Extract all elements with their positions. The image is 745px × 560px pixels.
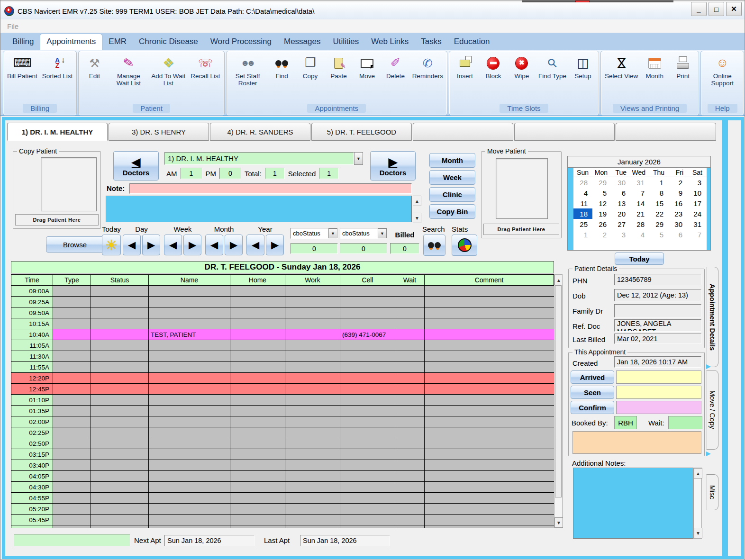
year-next-button[interactable] xyxy=(266,235,284,255)
clinic-button[interactable]: Clinic xyxy=(429,187,475,202)
month-view-button[interactable]: Month xyxy=(641,53,668,81)
block-button[interactable]: Block xyxy=(480,53,507,81)
ribbon-tab-education[interactable]: Education xyxy=(448,34,496,50)
slot-row[interactable]: 11:55A xyxy=(11,362,554,373)
copy-bin-button[interactable]: Copy Bin xyxy=(429,204,475,219)
month-next-button[interactable] xyxy=(225,235,243,255)
calendar-day-selected[interactable]: 18 xyxy=(573,208,592,219)
column-header[interactable]: Type xyxy=(53,275,91,286)
calendar-day[interactable]: 31 xyxy=(687,219,706,229)
calendar-day[interactable]: 25 xyxy=(573,219,592,229)
week-next-button[interactable] xyxy=(183,235,201,255)
quick-entry-field[interactable] xyxy=(14,534,130,546)
doctor-tab-sanders[interactable]: 4) DR. R. SANDERS xyxy=(210,123,310,141)
column-header[interactable]: Status xyxy=(91,275,149,286)
calendar-day[interactable]: 2 xyxy=(668,177,687,188)
month-prev-button[interactable] xyxy=(205,235,223,255)
slot-row[interactable]: 05:20P xyxy=(11,504,554,515)
calendar-day[interactable]: 15 xyxy=(649,198,668,208)
find-button[interactable]: Find xyxy=(268,53,296,81)
week-button[interactable]: Week xyxy=(429,170,475,185)
day-next-button[interactable] xyxy=(142,235,160,255)
calendar-day[interactable]: 5 xyxy=(592,188,611,198)
maximize-button[interactable]: □ xyxy=(709,2,724,16)
minimize-button[interactable]: _ xyxy=(691,2,707,16)
slot-row[interactable]: 01:35P xyxy=(11,406,554,416)
slot-row[interactable]: 03:40P xyxy=(11,460,554,471)
slot-row-booked[interactable]: 10:40ATEST, PATIENT(639) 471-0067 xyxy=(11,329,554,340)
calendar-day[interactable]: 13 xyxy=(611,198,630,208)
edit-button[interactable]: Edit xyxy=(81,53,108,81)
side-tab-move-copy[interactable]: Move / Copy xyxy=(706,370,718,450)
slot-row[interactable]: 05:45P xyxy=(11,515,554,525)
column-header[interactable]: Comment xyxy=(425,275,554,286)
slot-row[interactable]: 03:15P xyxy=(11,449,554,460)
find-type-button[interactable]: Find Type xyxy=(536,53,568,81)
calendar-day[interactable]: 12 xyxy=(592,198,611,208)
calendar-day[interactable]: 20 xyxy=(611,208,630,219)
copy-button[interactable]: Copy xyxy=(297,53,324,81)
calendar-day[interactable]: 4 xyxy=(630,229,649,240)
ribbon-tab-web-links[interactable]: Web Links xyxy=(365,34,415,50)
doctors-next-button[interactable]: Doctors xyxy=(370,151,416,181)
ribbon-tab-tasks[interactable]: Tasks xyxy=(415,34,447,50)
calendar-day[interactable]: 7 xyxy=(687,229,706,240)
ribbon-tab-chronic-disease[interactable]: Chronic Disease xyxy=(133,34,204,50)
seen-button[interactable]: Seen xyxy=(571,386,614,399)
insert-button[interactable]: Insert xyxy=(451,53,479,81)
calendar-day[interactable]: 24 xyxy=(687,208,706,219)
delete-button[interactable]: Delete xyxy=(382,53,409,81)
calendar-day[interactable]: 23 xyxy=(668,208,687,219)
calendar-day[interactable]: 14 xyxy=(630,198,649,208)
calendar-day[interactable]: 19 xyxy=(592,208,611,219)
side-tab-appointment-details[interactable]: Appointment Details xyxy=(706,267,718,367)
status-combo-2-dropdown-icon[interactable] xyxy=(378,228,387,238)
slot-row-blocked[interactable]: 12:45P xyxy=(11,384,554,395)
ribbon-tab-emr[interactable]: EMR xyxy=(102,34,133,50)
calendar-day[interactable]: 6 xyxy=(668,229,687,240)
seen-time-field[interactable] xyxy=(616,386,701,399)
status-combo-1-dropdown-icon[interactable] xyxy=(328,228,337,238)
doctor-tab-empty[interactable] xyxy=(616,123,716,141)
column-header[interactable]: Time xyxy=(11,275,53,286)
notes-scrollbar[interactable] xyxy=(693,468,702,539)
slot-row[interactable]: 04:30P xyxy=(11,482,554,493)
slot-row[interactable]: 04:55P xyxy=(11,493,554,504)
ribbon-tab-word-processing[interactable]: Word Processing xyxy=(204,34,278,50)
calendar-day[interactable]: 22 xyxy=(649,208,668,219)
bill-patient-button[interactable]: Bill Patient xyxy=(5,53,39,81)
calendar-day[interactable]: 27 xyxy=(611,219,630,229)
slot-row[interactable]: 09:50A xyxy=(11,307,554,318)
status-combo-1[interactable]: cboStatus xyxy=(291,228,338,239)
calendar-day[interactable]: 10 xyxy=(687,188,706,198)
status-combo-2[interactable]: cboStatus xyxy=(340,228,387,239)
online-support-button[interactable]: Online Support xyxy=(703,53,742,88)
memo-scroll-down-icon[interactable] xyxy=(413,213,421,223)
ribbon-tab-billing[interactable]: Billing xyxy=(6,34,40,50)
search-button[interactable] xyxy=(423,235,445,256)
calendar-day[interactable]: 26 xyxy=(592,219,611,229)
move-button[interactable]: Move xyxy=(354,53,381,81)
slot-row[interactable]: 11:30A xyxy=(11,351,554,362)
calendar-day[interactable]: 1 xyxy=(573,229,592,240)
additional-notes-textarea[interactable] xyxy=(573,468,693,539)
doctors-prev-button[interactable]: Doctors xyxy=(113,151,159,181)
paste-button[interactable]: Paste xyxy=(325,53,353,81)
calendar-day[interactable]: 16 xyxy=(668,198,687,208)
slot-row[interactable]: 06:10P xyxy=(11,525,554,528)
notes-scroll-up-icon[interactable] xyxy=(694,468,702,479)
calendar-today-button[interactable]: Today xyxy=(615,253,664,265)
calendar-day[interactable]: 21 xyxy=(630,208,649,219)
memo-scroll-up-icon[interactable] xyxy=(413,196,421,206)
slot-row[interactable]: 02:00P xyxy=(11,416,554,427)
set-staff-roster-button[interactable]: Set Staff Roster xyxy=(228,53,267,88)
side-tab-misc[interactable]: Misc xyxy=(706,474,718,510)
select-view-button[interactable]: Select View xyxy=(603,53,640,81)
calendar-day[interactable]: 17 xyxy=(687,198,706,208)
calendar-day[interactable]: 5 xyxy=(649,229,668,240)
calendar-day[interactable]: 28 xyxy=(573,177,592,188)
slot-row[interactable]: 01:10P xyxy=(11,395,554,406)
column-header[interactable]: Cell xyxy=(340,275,395,286)
today-button[interactable] xyxy=(102,235,121,255)
doctor-tab-empty[interactable] xyxy=(413,123,513,141)
